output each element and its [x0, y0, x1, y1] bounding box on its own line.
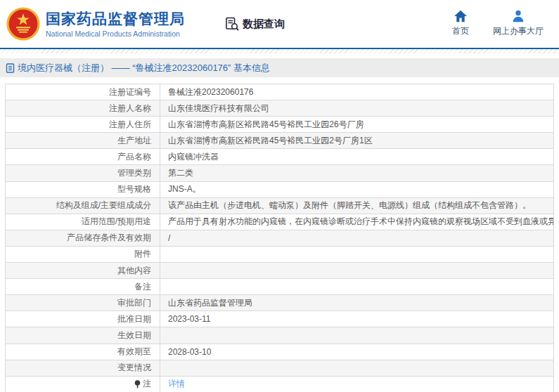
row-label: 产品储存条件及有效期 [6, 230, 160, 246]
nav-service-hall[interactable]: 网上办事大厅 [493, 10, 544, 37]
row-label-text: 有效期至 [117, 346, 151, 358]
row-label-text: 管理类别 [117, 167, 151, 179]
row-label-text: 生效日期 [117, 329, 151, 341]
row-value: 详情 [160, 377, 553, 392]
row-label: 变更情况 [6, 360, 160, 376]
row-label-text: 注 [143, 378, 151, 390]
row-label: 有效期至 [6, 344, 160, 360]
row-value: 鲁械注准20232060176 [160, 84, 553, 100]
row-value: 2028-03-10 [160, 344, 553, 360]
row-label: 适用范围/预期用途 [6, 214, 160, 230]
table-row: 产品储存条件及有效期 / [6, 230, 553, 247]
row-label-text: 产品储存条件及有效期 [67, 232, 151, 244]
info-table: 注册证编号 鲁械注准20232060176 注册人名称 山东佳境医疗科技有限公司… [5, 84, 554, 392]
table-row: 附件 [6, 247, 553, 263]
org-name-cn: 国家药品监督管理局 [46, 10, 185, 28]
table-row: 有效期至 2028-03-10 [6, 344, 553, 360]
row-value: 山东佳境医疗科技有限公司 [160, 100, 553, 116]
row-value: 山东省药品监督管理局 [160, 295, 553, 311]
row-value: / [160, 230, 553, 246]
table-row: 变更情况 [6, 360, 553, 377]
home-icon [454, 10, 468, 22]
table-row: 注册人名称 山东佳境医疗科技有限公司 [6, 100, 553, 117]
row-label: 备注 [6, 279, 160, 294]
row-label: 型号规格 [6, 182, 160, 197]
table-row: 适用范围/预期用途 产品用于具有射水功能的内窥镜，在内窥镜诊断或治疗手术中保持内… [6, 214, 553, 230]
detail-link[interactable]: 详情 [168, 378, 185, 390]
divider-hatch [0, 49, 559, 53]
row-value: 该产品由主机（步进电机、蠕动泵）及附件（脚踏开关、电源线）组成（结构组成不包含管… [160, 198, 553, 214]
table-row: 产品名称 内窥镜冲洗器 [6, 149, 553, 165]
table-row: 生产地址 山东省淄博市高新区裕民路45号裕民工业园2号厂房1区 [6, 133, 553, 149]
user-icon [511, 10, 525, 22]
row-value: JNS-A。 [160, 182, 553, 197]
table-row: 备注 [6, 279, 553, 295]
table-row: 其他内容 [6, 263, 553, 279]
data-query-label: 数据查询 [243, 18, 285, 31]
table-row: 注 详情 [6, 377, 553, 392]
table-row: 注册证编号 鲁械注准20232060176 [6, 84, 553, 100]
row-value: 内窥镜冲洗器 [160, 149, 553, 164]
row-label: 其他内容 [6, 263, 160, 278]
row-label-text: 其他内容 [117, 265, 151, 277]
nav-home-label: 首页 [452, 25, 469, 37]
table-row: 审批部门 山东省药品监督管理局 [6, 295, 553, 311]
row-label-text: 适用范围/预期用途 [82, 216, 151, 228]
nav-home[interactable]: 首页 [452, 10, 469, 37]
row-value: 山东省淄博市高新区裕民路45号裕民工业园2号厂房1区 [160, 133, 553, 148]
row-label-text: 批准日期 [117, 313, 151, 325]
row-value: 第二类 [160, 165, 553, 181]
row-value [160, 327, 553, 343]
page-title: 境内医疗器械（注册） —— “鲁械注准20232060176” 基本信息 [18, 62, 270, 74]
table-row: 批准日期 2023-03-11 [6, 311, 553, 327]
row-value: 山东省淄博市高新区裕民路45号裕民工业园26号厂房 [160, 117, 553, 132]
row-label: 生效日期 [6, 327, 160, 343]
row-label-text: 审批部门 [117, 297, 151, 309]
table-row: 生效日期 [6, 327, 553, 344]
row-value: 2023-03-11 [160, 311, 553, 327]
note-icon [134, 380, 141, 388]
row-label: 注册证编号 [6, 84, 160, 100]
row-label: 产品名称 [6, 149, 160, 164]
row-label: 结构及组成/主要组成成分 [6, 198, 160, 214]
row-value [160, 279, 553, 294]
data-query-icon [224, 16, 240, 32]
row-label-text: 生产地址 [117, 135, 151, 147]
row-label-text: 注册人名称 [109, 103, 151, 115]
row-label-text: 注册证编号 [109, 86, 151, 98]
table-row: 管理类别 第二类 [6, 165, 553, 181]
row-label: 注 [6, 377, 160, 392]
row-value [160, 263, 553, 278]
row-label: 注册人名称 [6, 100, 160, 116]
row-label: 注册人住所 [6, 117, 160, 132]
row-label-text: 型号规格 [117, 183, 151, 195]
row-label: 生产地址 [6, 133, 160, 148]
row-label-text: 附件 [134, 248, 151, 260]
org-names: 国家药品监督管理局 National Medical Products Admi… [46, 10, 185, 38]
row-value [160, 247, 553, 262]
national-emblem-logo [6, 7, 40, 41]
breadcrumb: 境内医疗器械（注册） —— “鲁械注准20232060176” 基本信息 [0, 58, 559, 77]
row-label-text: 注册人住所 [109, 119, 151, 131]
table-row: 注册人住所 山东省淄博市高新区裕民路45号裕民工业园26号厂房 [6, 117, 553, 133]
nav-service-hall-label: 网上办事大厅 [493, 25, 544, 37]
row-label-text: 变更情况 [117, 362, 151, 374]
nav-data-query[interactable]: 数据查询 [224, 16, 285, 32]
row-value [160, 360, 553, 376]
row-label: 管理类别 [6, 165, 160, 181]
row-label-text: 结构及组成/主要组成成分 [56, 200, 151, 211]
document-icon [6, 63, 15, 73]
org-name-en: National Medical Products Administration [46, 30, 185, 38]
header: 国家药品监督管理局 National Medical Products Admi… [0, 0, 559, 49]
row-label-text: 产品名称 [117, 151, 151, 163]
row-label: 批准日期 [6, 311, 160, 327]
table-row: 结构及组成/主要组成成分 该产品由主机（步进电机、蠕动泵）及附件（脚踏开关、电源… [6, 198, 553, 214]
row-label-text: 备注 [134, 281, 151, 293]
header-right-nav: 首页 网上办事大厅 [452, 10, 544, 37]
row-value: 产品用于具有射水功能的内窥镜，在内窥镜诊断或治疗手术中保持内窥镜的观察视场区域不… [160, 214, 553, 230]
row-label: 审批部门 [6, 295, 160, 311]
row-label: 附件 [6, 247, 160, 262]
table-row: 型号规格 JNS-A。 [6, 182, 553, 198]
